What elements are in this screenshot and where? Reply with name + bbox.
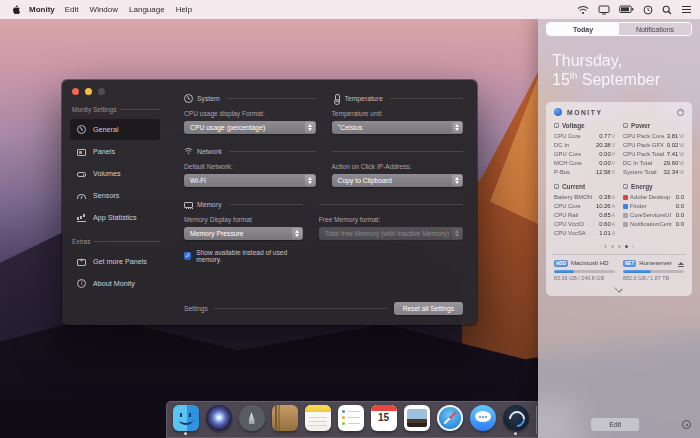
app-icon bbox=[623, 213, 628, 218]
current-group: Current Battery BMON0.38ACPU Core10.26AC… bbox=[554, 183, 615, 237]
memory-format-dropdown[interactable]: Memory Pressure bbox=[184, 227, 303, 240]
sidebar-item[interactable]: Sensors bbox=[70, 185, 160, 206]
free-memory-label: Free Memory format: bbox=[319, 216, 463, 223]
sidebar-item-icon bbox=[77, 194, 86, 199]
stat-row: CPU VccSA1.01A bbox=[554, 229, 615, 238]
prev-page-icon[interactable]: ‹ bbox=[604, 244, 606, 249]
reset-all-settings-button[interactable]: Reset all Settings bbox=[394, 302, 463, 315]
sidebar-item[interactable]: General bbox=[70, 119, 160, 140]
sidebar-extra-item[interactable]: About Monity bbox=[70, 273, 160, 294]
contacts-icon[interactable] bbox=[271, 404, 298, 435]
chevron-down-icon[interactable] bbox=[615, 284, 623, 292]
notes-icon[interactable] bbox=[304, 404, 331, 435]
dock: 15 bbox=[166, 401, 577, 438]
disk-usage-bar bbox=[554, 270, 615, 273]
sidebar-extra-item[interactable]: Get more Panels bbox=[70, 251, 160, 272]
disk-name: Macintosh HD bbox=[571, 260, 615, 266]
temp-unit-dropdown[interactable]: °Celsius bbox=[332, 121, 464, 134]
tab-today[interactable]: Today bbox=[547, 23, 619, 35]
monity-dock-icon[interactable] bbox=[502, 404, 529, 435]
desktop: Monity EditWindowLanguageHelp Monity Set… bbox=[0, 0, 700, 438]
sidebar-item[interactable]: App Statistics bbox=[70, 207, 160, 228]
nc-edit-button[interactable]: Edit bbox=[591, 418, 639, 431]
show-available-label: Show available instead of used memory. bbox=[196, 249, 303, 263]
messages-icon[interactable] bbox=[469, 404, 496, 435]
zoom-button[interactable] bbox=[98, 88, 105, 95]
menu-item[interactable]: Edit bbox=[65, 5, 79, 14]
stat-row: CPU Core0.77V bbox=[554, 132, 615, 141]
page-dot[interactable] bbox=[625, 245, 628, 248]
voltage-icon bbox=[554, 123, 559, 128]
display-icon[interactable] bbox=[598, 5, 610, 15]
sidebar-item-label: App Statistics bbox=[93, 213, 137, 222]
app-icon bbox=[623, 204, 628, 209]
memory-format-label: Memory Display format bbox=[184, 216, 303, 223]
notification-center: Today Notifications Thursday, 15th Septe… bbox=[538, 19, 700, 438]
reminders-icon[interactable] bbox=[337, 404, 364, 435]
dropdown-stepper-icon bbox=[452, 228, 462, 239]
show-available-checkbox[interactable]: ✓ bbox=[184, 252, 191, 260]
default-network-dropdown[interactable]: Wi-Fi bbox=[184, 174, 316, 187]
next-page-icon[interactable]: › bbox=[632, 244, 634, 249]
calendar-icon[interactable]: 15 bbox=[370, 404, 397, 435]
safari-icon[interactable] bbox=[436, 404, 463, 435]
stat-row: GPU Core0.00V bbox=[554, 150, 615, 159]
page-dot[interactable] bbox=[618, 245, 621, 248]
disk-usage-bar bbox=[623, 270, 684, 273]
menu-app-name[interactable]: Monity bbox=[29, 5, 55, 14]
cpu-format-dropdown[interactable]: CPU usage (percentage) bbox=[184, 121, 316, 134]
siri-icon[interactable] bbox=[205, 404, 232, 435]
memory-icon bbox=[184, 202, 193, 208]
preview-icon[interactable] bbox=[403, 404, 430, 435]
sidebar-extra-icon bbox=[77, 279, 86, 288]
notification-center-icon[interactable] bbox=[681, 5, 692, 14]
battery-icon[interactable] bbox=[619, 5, 634, 14]
section-system: System bbox=[184, 94, 316, 103]
search-icon[interactable] bbox=[662, 5, 672, 15]
dropdown-stepper-icon bbox=[452, 175, 462, 186]
disk-usage-text: 882.0 GB / 1.87 TB bbox=[623, 275, 684, 281]
apple-menu-icon[interactable] bbox=[10, 4, 21, 15]
nc-settings-gear-icon[interactable] bbox=[682, 420, 691, 429]
menu-item[interactable]: Window bbox=[90, 5, 118, 14]
sidebar-item[interactable]: Panels bbox=[70, 141, 160, 162]
settings-sidebar: Monity Settings General Panels bbox=[62, 80, 168, 325]
page-dot[interactable] bbox=[611, 245, 614, 248]
finder-icon[interactable] bbox=[172, 404, 199, 435]
dock-separator bbox=[536, 406, 537, 434]
default-network-label: Default Network: bbox=[184, 163, 316, 170]
wifi-icon[interactable] bbox=[577, 5, 589, 15]
menu-status-area bbox=[577, 5, 692, 15]
minimize-button[interactable] bbox=[85, 88, 92, 95]
sidebar-header: Monity Settings bbox=[72, 106, 160, 113]
menu-item[interactable]: Help bbox=[176, 5, 192, 14]
sidebar-item-label: General bbox=[93, 125, 119, 134]
ip-action-dropdown[interactable]: Copy to Clipboard bbox=[332, 174, 464, 187]
disk-item: HDD Macintosh HD 83.36 GB / 249.8 GB bbox=[554, 260, 615, 281]
menu-items: EditWindowLanguageHelp bbox=[65, 5, 192, 14]
disk-type-badge: HDD bbox=[554, 260, 568, 267]
wifi-section-icon bbox=[184, 147, 193, 156]
close-button[interactable] bbox=[72, 88, 79, 95]
sidebar-extra-label: About Monity bbox=[93, 279, 135, 288]
disk-usage-text: 83.36 GB / 249.8 GB bbox=[554, 275, 615, 281]
stat-row: System Total32.34W bbox=[623, 168, 684, 177]
menu-item[interactable]: Language bbox=[129, 5, 165, 14]
sidebar-item-icon bbox=[77, 125, 86, 134]
stat-row: CPU VccIO0.60A bbox=[554, 220, 615, 229]
monity-widget-title: MONITY bbox=[567, 109, 672, 116]
sidebar-item-icon bbox=[77, 172, 86, 177]
thermometer-icon bbox=[332, 94, 341, 103]
energy-icon bbox=[623, 184, 628, 189]
stat-row: CPU Pack Core3.81W bbox=[623, 132, 684, 141]
info-icon[interactable] bbox=[677, 109, 684, 116]
launchpad-icon[interactable] bbox=[238, 404, 265, 435]
sidebar-item[interactable]: Volumes bbox=[70, 163, 160, 184]
clock-icon[interactable] bbox=[643, 5, 653, 15]
eject-icon[interactable] bbox=[678, 262, 684, 265]
tab-notifications[interactable]: Notifications bbox=[619, 23, 691, 35]
stat-row: DC In Total29.60W bbox=[623, 159, 684, 168]
sidebar-item-icon bbox=[77, 213, 86, 222]
power-icon bbox=[623, 123, 628, 128]
window-titlebar bbox=[72, 88, 105, 95]
